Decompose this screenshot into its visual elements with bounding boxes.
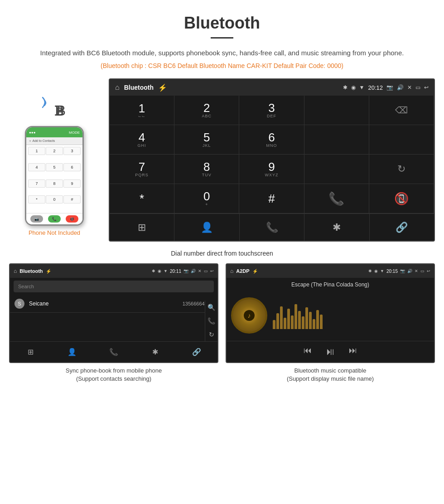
pb-tool-keypad[interactable]: ⊞ (10, 342, 52, 362)
pb-tool-bt[interactable]: ✱ (135, 342, 176, 362)
phone-key-star[interactable]: * (28, 195, 45, 204)
phonebook-screen: ⌂ Bluetooth ⚡ ✱ ◉ ▼ 20:11 📷 🔊 ✕ ▭ ↩ (9, 263, 218, 363)
pb-contact-row: S Seicane 13566664466 (10, 295, 217, 313)
key-call-green[interactable]: 📞 (304, 184, 369, 213)
dial-tool-phone[interactable]: 📞 (240, 214, 304, 241)
next-track-btn[interactable]: ⏭ (349, 346, 357, 358)
phone-key-3[interactable]: 3 (63, 147, 81, 155)
bar-14 (320, 315, 323, 329)
bar-11 (309, 312, 312, 329)
bar-2 (276, 313, 279, 329)
key-2[interactable]: 2 ABC (174, 96, 239, 125)
dial-caption: Dial number direct from touchscreen (0, 246, 444, 263)
dial-header-left: ⌂ Bluetooth ⚡ (115, 83, 167, 92)
key-empty-4 (304, 155, 369, 184)
phone-key-0[interactable]: 0 (46, 195, 63, 204)
pb-side-call[interactable]: 📞 (208, 317, 215, 325)
music-close-icon[interactable]: ✕ (415, 269, 418, 273)
dial-tool-link[interactable]: 🔗 (370, 214, 434, 241)
key-4[interactable]: 4 GHI (110, 125, 174, 155)
phone-screen: ●●● MODE ＋ Add to Contacts 1 2 3 4 5 6 7… (26, 127, 82, 224)
camera-icon[interactable]: 📷 (386, 84, 393, 91)
key-8[interactable]: 8 TUV (174, 155, 239, 184)
phone-bottom-bar: 📷 📞 📵 (26, 213, 82, 224)
phone-key-4[interactable]: 4 (28, 163, 45, 171)
key-5[interactable]: 5 JKL (174, 125, 239, 155)
phonebook-caption: Sync phone-book from mobile phone (Suppo… (61, 363, 166, 383)
music-back-icon[interactable]: ↩ (427, 269, 430, 273)
key-display (304, 96, 369, 125)
phone-key-8[interactable]: 8 (46, 179, 63, 188)
bluetooth-icon-area: ʙ 𝔹 (41, 97, 68, 124)
wifi-icon: ▼ (359, 84, 365, 91)
bar-9 (302, 316, 304, 329)
pb-tool-phone[interactable]: 📞 (93, 342, 135, 362)
phone-call-btn[interactable]: 📞 (48, 215, 61, 223)
pb-wifi-icon: ▼ (164, 269, 168, 273)
key-7[interactable]: 7 PQRS (110, 155, 174, 184)
dial-header: ⌂ Bluetooth ⚡ ✱ ◉ ▼ 20:12 📷 🔊 ✕ ▭ ↩ (110, 79, 434, 96)
bar-12 (313, 319, 315, 329)
play-pause-btn[interactable]: ⏯ (325, 346, 335, 358)
volume-icon[interactable]: 🔊 (397, 84, 404, 91)
pb-back-icon[interactable]: ↩ (210, 269, 214, 273)
pb-win-icon[interactable]: ▭ (204, 269, 208, 273)
pb-vol-icon[interactable]: 🔊 (191, 269, 196, 273)
keypad-area: 1 ⌙⌙ 2 ABC 3 DEF ⌫ 4 GHI 5 JKL (110, 96, 434, 213)
window-icon[interactable]: ▭ (415, 84, 420, 91)
phone-keypad: 1 2 3 4 5 6 7 8 9 * 0 # (26, 145, 82, 213)
pb-side-search[interactable]: 🔍 (208, 304, 215, 311)
pb-search-placeholder: Search (18, 284, 34, 289)
pb-cam-icon[interactable]: 📷 (183, 269, 188, 273)
phone-camera-btn[interactable]: 📷 (30, 215, 43, 223)
music-win-icon[interactable]: ▭ (420, 269, 425, 273)
pb-close-icon[interactable]: ✕ (198, 269, 202, 273)
phone-key-9[interactable]: 9 (63, 179, 81, 188)
music-title: A2DP (236, 268, 249, 274)
pb-side-refresh[interactable]: ↻ (209, 331, 214, 338)
phone-end-btn[interactable]: 📵 (66, 215, 78, 223)
pb-tool-user[interactable]: 👤 (52, 342, 93, 362)
phone-key-7[interactable]: 7 (28, 179, 45, 188)
pb-tool-link[interactable]: 🔗 (176, 342, 217, 362)
phone-key-hash[interactable]: # (63, 195, 81, 204)
key-9[interactable]: 9 WXYZ (239, 155, 304, 184)
music-cam-icon[interactable]: 📷 (400, 269, 405, 273)
back-icon[interactable]: ↩ (424, 84, 429, 91)
music-home-icon[interactable]: ⌂ (230, 268, 233, 274)
phone-key-6[interactable]: 6 (63, 163, 81, 171)
phone-key-5[interactable]: 5 (46, 163, 63, 171)
phone-mockup: ●●● MODE ＋ Add to Contacts 1 2 3 4 5 6 7… (25, 126, 84, 226)
bottom-row: ⌂ Bluetooth ⚡ ✱ ◉ ▼ 20:11 📷 🔊 ✕ ▭ ↩ (0, 263, 444, 383)
key-hash[interactable]: # (239, 184, 304, 213)
key-backspace[interactable]: ⌫ (369, 96, 434, 125)
dial-tool-keypad[interactable]: ⊞ (110, 214, 174, 241)
key-0[interactable]: 0 + (174, 184, 239, 213)
pb-search-bar[interactable]: Search (14, 281, 214, 292)
home-icon[interactable]: ⌂ (115, 83, 120, 92)
phone-key-2[interactable]: 2 (46, 147, 63, 155)
key-6[interactable]: 6 MNO (239, 125, 304, 155)
music-wifi-icon: ▼ (380, 269, 384, 273)
usb-icon: ⚡ (158, 83, 167, 92)
dial-screen-title: Bluetooth (124, 84, 154, 91)
main-section: ʙ 𝔹 ●●● MODE ＋ Add to Contacts 1 2 3 (0, 78, 444, 242)
pb-home-icon[interactable]: ⌂ (14, 268, 17, 274)
key-1[interactable]: 1 ⌙⌙ (110, 96, 174, 125)
key-refresh[interactable]: ↻ (369, 155, 434, 184)
dial-tool-contacts[interactable]: 👤 (174, 214, 239, 241)
music-album-inner: ♪ (244, 310, 255, 321)
key-call-red[interactable]: 📵 (369, 184, 434, 213)
key-3[interactable]: 3 DEF (239, 96, 304, 125)
phone-mode: MODE (69, 131, 80, 135)
phone-not-included-label: Phone Not Included (29, 229, 80, 236)
dial-tool-bluetooth[interactable]: ✱ (304, 214, 369, 241)
close-icon[interactable]: ✕ (407, 84, 412, 91)
music-usb-icon: ⚡ (252, 269, 258, 274)
prev-track-btn[interactable]: ⏮ (304, 346, 312, 358)
phonebook-wrapper: ⌂ Bluetooth ⚡ ✱ ◉ ▼ 20:11 📷 🔊 ✕ ▭ ↩ (10, 264, 217, 362)
music-vol-icon[interactable]: 🔊 (407, 269, 412, 273)
pb-status-icons: ✱ ◉ ▼ 20:11 📷 🔊 ✕ ▭ ↩ (152, 269, 214, 274)
key-star[interactable]: * (110, 184, 174, 213)
phone-key-1[interactable]: 1 (28, 147, 45, 155)
